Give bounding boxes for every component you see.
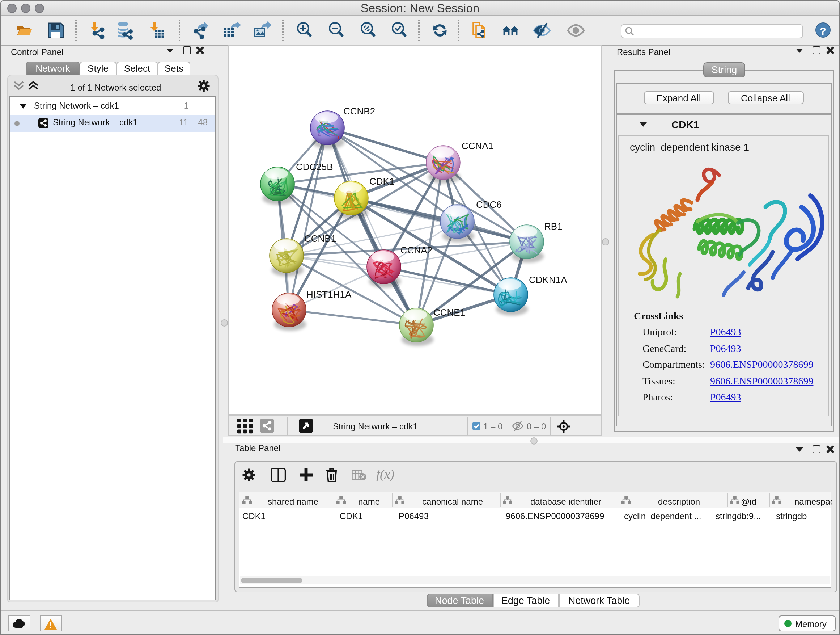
- svg-text:RB1: RB1: [544, 221, 562, 232]
- svg-text:CCNE1: CCNE1: [433, 307, 465, 318]
- svg-text:CDC25B: CDC25B: [296, 162, 333, 172]
- svg-text:CCNB1: CCNB1: [304, 233, 336, 244]
- svg-text:CCNA1: CCNA1: [462, 141, 493, 151]
- svg-text:CDKN1A: CDKN1A: [529, 274, 567, 285]
- svg-text:CDC6: CDC6: [476, 199, 502, 210]
- svg-text:CCNA2: CCNA2: [401, 245, 432, 256]
- svg-text:CDK1: CDK1: [369, 176, 394, 187]
- svg-text:CCNB2: CCNB2: [343, 106, 375, 117]
- svg-text:HIST1H1A: HIST1H1A: [306, 289, 352, 300]
